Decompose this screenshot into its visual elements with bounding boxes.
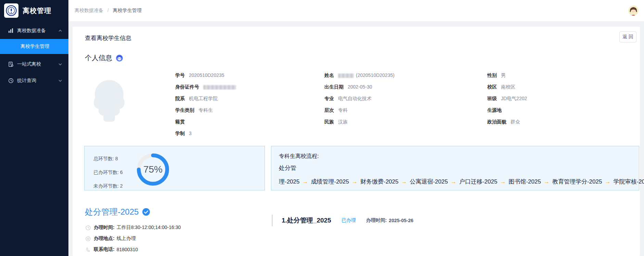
profile-column-3: 性别男 校区南校区 班级JD电气2202 生源地 政治面貌群众 <box>487 69 527 127</box>
arrow-icon: → <box>500 178 506 185</box>
profile-field: 身份证件号 <box>175 81 238 93</box>
student-info-card: 查看离校学生信息 返 回 个人信息 <box>73 27 640 256</box>
progress-ring: 75% <box>137 153 169 186</box>
handle-time-row: 办理时间: 工作日8:30-12:00;14:00-16:30 <box>86 222 181 233</box>
profile-field: 院系机电工程学院 <box>175 93 238 104</box>
top-bar: 离校数据准备 / 离校学生管理 <box>68 0 644 21</box>
arrow-icon: → <box>302 178 308 185</box>
breadcrumb: 离校数据准备 / 离校学生管理 <box>75 8 142 14</box>
personal-info-title: 个人信息 <box>85 53 112 63</box>
arrow-icon: → <box>352 178 358 185</box>
back-button[interactable]: 返 回 <box>619 31 636 42</box>
profile-field: 出生日期2002-05-30 <box>324 81 395 93</box>
profile-field: 校区南校区 <box>487 81 527 93</box>
progress-summary-box: 总环节数: 8 已办环节数: 6 未办环节数: 2 75% <box>84 146 265 190</box>
profile-field: 姓名(2020510D20235) <box>324 69 395 81</box>
sidebar-item-label: 离校数据准备 <box>17 28 58 34</box>
page-title: 查看离校学生信息 <box>85 34 131 42</box>
user-avatar[interactable] <box>628 5 639 16</box>
sidebar-item-one-stop[interactable]: 一站式离校 <box>0 56 68 72</box>
progress-counts: 总环节数: 8 已办环节数: 6 未办环节数: 2 <box>93 152 123 193</box>
flow-step: 户口迁移-2025 <box>459 178 497 185</box>
profile-field: 籍贯 <box>175 116 238 127</box>
arrow-icon: → <box>451 178 456 185</box>
data-prep-icon <box>8 28 14 33</box>
flow-title: 专科生离校流程: <box>279 151 632 161</box>
flow-step: 图书馆-2025 <box>508 178 541 185</box>
profile-field: 班级JD电气2202 <box>487 93 527 104</box>
one-stop-icon <box>8 62 14 67</box>
contact-phone-row: 联系电话: 81800310 <box>86 244 181 255</box>
clock-icon <box>86 225 91 230</box>
chevron-down-icon <box>58 62 62 66</box>
task-time: 2025-05-26 <box>389 218 413 223</box>
pending-steps: 未办环节数: 2 <box>93 179 123 193</box>
student-photo-placeholder <box>85 71 133 131</box>
arrow-icon: → <box>544 178 550 185</box>
arrow-icon: → <box>605 178 610 185</box>
breadcrumb-separator: / <box>107 8 109 13</box>
step-task-item: 1.处分管理_2025 已办理 办理时间: 2025-05-26 <box>272 215 413 226</box>
breadcrumb-current: 离校学生管理 <box>113 8 142 13</box>
leave-flow-box: 专科生离校流程: 处分管理-2025→成绩管理-2025→财务缴费-2025→公… <box>271 146 639 190</box>
location-icon <box>86 236 91 241</box>
chevron-down-icon <box>58 79 62 83</box>
handle-place-row: 办理地点: 线上办理 <box>86 233 181 244</box>
sidebar-item-label: 统计查询 <box>17 78 58 84</box>
app-logo: 离校管理 <box>0 0 68 21</box>
phone-icon <box>86 247 91 252</box>
content-area: 查看离校学生信息 返 回 个人信息 <box>68 21 644 256</box>
sidebar-item-student-mgmt[interactable]: 离校学生管理 <box>0 39 68 54</box>
task-name: 1.处分管理_2025 <box>282 216 331 225</box>
stats-query-icon <box>8 78 14 83</box>
flow-step: 公寓退宿-2025 <box>410 178 448 185</box>
profile-field: 政治面貌群众 <box>487 116 527 127</box>
flow-step: 处分管理-2025 <box>279 165 299 185</box>
redacted-name-value <box>338 73 354 78</box>
sidebar: 离校管理 离校数据准备 离校学生管理 <box>0 0 68 256</box>
profile-field: 专业电气自动化技术 <box>324 93 395 104</box>
flow-step: 教育管理学分-2025 <box>552 178 602 185</box>
app-title: 离校管理 <box>23 6 51 15</box>
task-status-badge: 已办理 <box>342 217 356 224</box>
total-steps: 总环节数: 8 <box>93 152 123 165</box>
profile-column-1: 学号2020510D20235 身份证件号 院系机电工程学院 学生类别专科生 籍… <box>175 69 238 139</box>
profile-field: 学制3 <box>175 127 238 139</box>
done-steps: 已办环节数: 6 <box>93 165 123 179</box>
arrow-icon: → <box>401 178 407 185</box>
sidebar-item-stats-query[interactable]: 统计查询 <box>0 72 68 89</box>
step-title: 处分管理-2025 <box>85 206 139 217</box>
sidebar-item-data-prep[interactable]: 离校数据准备 <box>0 23 68 39</box>
boy-avatar-icon <box>116 54 123 62</box>
flow-steps: 处分管理-2025→成绩管理-2025→财务缴费-2025→公寓退宿-2025→… <box>279 161 632 189</box>
profile-column-2: 姓名(2020510D20235) 出生日期2002-05-30 专业电气自动化… <box>324 69 395 127</box>
profile-field: 层次专科 <box>324 104 395 116</box>
profile-field: 民族汉族 <box>324 116 395 127</box>
breadcrumb-item[interactable]: 离校数据准备 <box>75 8 103 13</box>
flow-step: 财务缴费-2025 <box>360 178 398 185</box>
sidebar-item-label: 一站式离校 <box>17 61 58 67</box>
check-circle-icon <box>142 208 150 216</box>
school-logo-icon <box>4 3 18 18</box>
step-detail-info: 办理时间: 工作日8:30-12:00;14:00-16:30 办理地点: 线上… <box>86 222 181 255</box>
step-section-heading: 处分管理-2025 <box>85 206 150 217</box>
progress-percent: 75% <box>137 153 169 186</box>
profile-field: 学号2020510D20235 <box>175 69 238 81</box>
chevron-up-icon <box>58 29 62 33</box>
flow-step: 成绩管理-2025 <box>311 178 349 185</box>
task-time-label: 办理时间: <box>366 217 387 224</box>
redacted-id-value <box>203 85 236 90</box>
personal-info-heading: 个人信息 <box>85 53 123 63</box>
flow-step: 学院审核-2025 <box>613 178 644 185</box>
profile-field: 生源地 <box>487 104 527 116</box>
profile-field: 性别男 <box>487 69 527 81</box>
sidebar-menu: 离校数据准备 离校学生管理 一站式离校 <box>0 23 68 89</box>
profile-field: 学生类别专科生 <box>175 104 238 116</box>
task-divider <box>272 215 273 226</box>
sidebar-item-label: 离校学生管理 <box>21 43 49 50</box>
